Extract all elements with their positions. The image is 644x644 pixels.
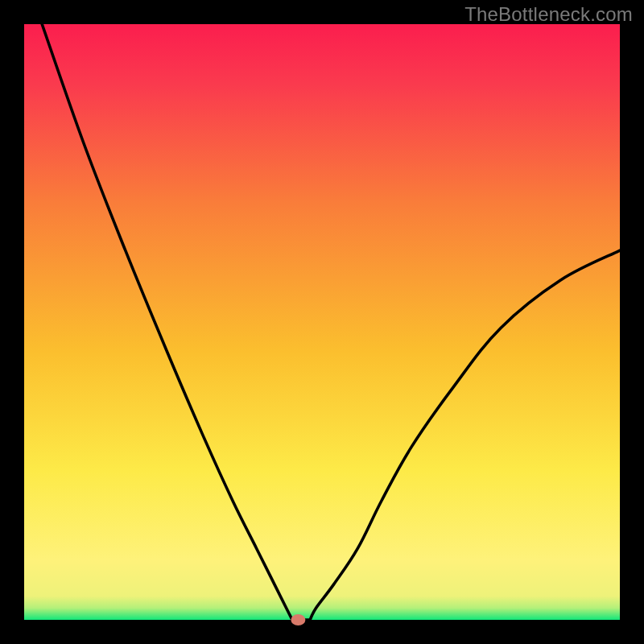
watermark-text: TheBottleneck.com xyxy=(464,3,633,26)
chart-frame: TheBottleneck.com xyxy=(0,0,644,644)
bottleneck-chart xyxy=(0,0,644,644)
plot-background xyxy=(24,24,620,620)
optimal-marker xyxy=(291,614,305,625)
